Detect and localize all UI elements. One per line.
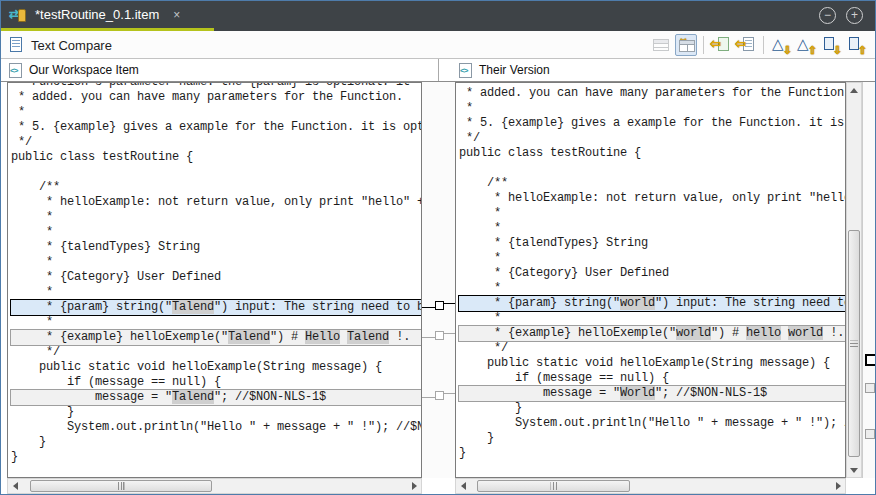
layout-side-by-side-icon[interactable]: ↔	[675, 34, 697, 56]
inline-change: world	[788, 326, 823, 340]
compare-editor-window: ⇄ *testRoutine_0.1.item × − + Text Compa…	[0, 0, 876, 495]
code-line: }	[459, 401, 845, 416]
layout-top-bottom-icon[interactable]	[650, 34, 672, 56]
diff-line[interactable]: message = "World"; //$NON-NLS-1$	[459, 386, 845, 401]
text-element-icon	[459, 63, 472, 78]
code-line: */	[459, 341, 845, 356]
diff-line[interactable]: * {example} helloExemple("world") # hell…	[459, 326, 845, 341]
scroll-left-icon[interactable]	[8, 479, 23, 493]
previous-change-icon[interactable]: ⇧	[845, 34, 867, 56]
code-line: public static void helloExample(String m…	[11, 360, 421, 375]
scroll-up-icon[interactable]	[847, 83, 861, 98]
inline-change: Talend	[228, 330, 270, 344]
diff-marker[interactable]	[865, 429, 875, 439]
code-line: public class testRoutine {	[11, 150, 421, 165]
code-line: System.out.println("Hello " + message + …	[11, 420, 421, 435]
right-horizontal-scrollbar[interactable]	[455, 478, 846, 494]
code-line: *	[459, 221, 845, 236]
inline-change: hello	[746, 326, 781, 340]
code-line: * {Category} User Defined	[11, 270, 421, 285]
code-line: *	[459, 281, 845, 296]
left-horizontal-scrollbar[interactable]	[7, 478, 422, 494]
diff-line[interactable]: message = "Talend"; //$NON-NLS-1$	[11, 390, 421, 405]
vertical-scrollbar-thumb[interactable]	[848, 230, 860, 457]
right-code-lines: * added. you can have many parameters fo…	[456, 86, 845, 461]
code-line: * 5. {example} gives a example for the F…	[459, 116, 845, 131]
code-line: /**	[11, 180, 421, 195]
code-line: * Function's parameter name. the {param}…	[11, 82, 421, 90]
inline-change: Hello	[305, 330, 340, 344]
inline-change: world	[676, 326, 711, 340]
scroll-right-icon[interactable]	[406, 479, 421, 493]
compare-toolbar: ↔ ⇦ ⇦ △⇩ △⇧ ⇩ ⇧	[650, 34, 867, 56]
editor-tab[interactable]: ⇄ *testRoutine_0.1.item ×	[1, 1, 190, 28]
left-code-editor[interactable]: * Function's parameter name. the {param}…	[7, 82, 422, 478]
scroll-down-icon[interactable]	[847, 462, 861, 477]
code-line: * {talendTypes} String	[11, 240, 421, 255]
code-line: *	[11, 285, 421, 300]
right-horizontal-scrollbar-thumb[interactable]	[477, 480, 630, 492]
pane-headers: Our Workspace Item Their Version	[1, 59, 875, 82]
diff-marker[interactable]	[865, 383, 875, 393]
diff-connector-line	[422, 337, 436, 338]
diff-overview-ruler[interactable]	[862, 82, 876, 478]
code-line: *	[11, 210, 421, 225]
copy-current-right-to-left-icon[interactable]: ⇦	[735, 34, 757, 56]
code-line: }	[11, 450, 421, 465]
code-line: * {talendTypes} String	[459, 236, 845, 251]
editor-tab-bar: ⇄ *testRoutine_0.1.item × − +	[1, 1, 875, 31]
text-compare-header: Text Compare ↔ ⇦ ⇦ △⇩ △⇧ ⇩ ⇧	[1, 31, 875, 59]
close-tab-icon[interactable]: ×	[173, 8, 180, 22]
diff-connector-line	[422, 397, 436, 398]
diff-connector-handle[interactable]	[435, 391, 444, 400]
diff-line[interactable]: * {param} string("world") input: The str…	[459, 296, 845, 311]
vertical-scrollbar[interactable]	[846, 82, 862, 478]
copy-all-right-to-left-icon[interactable]: ⇦	[710, 34, 732, 56]
diff-line[interactable]: * {param} string("Talend") input: The st…	[11, 300, 421, 315]
maximize-button[interactable]: +	[846, 7, 863, 24]
code-line: */	[459, 131, 845, 146]
minimize-button[interactable]: −	[819, 7, 836, 24]
next-change-icon[interactable]: ⇩	[820, 34, 842, 56]
code-line: *	[11, 225, 421, 240]
diff-connector-line	[422, 307, 436, 308]
code-line: *	[459, 251, 845, 266]
previous-difference-icon[interactable]: △⇧	[795, 34, 817, 56]
code-line: public static void helloExample(String m…	[459, 356, 845, 371]
inline-change: Talend	[172, 390, 214, 404]
diff-connector-handle[interactable]	[435, 331, 444, 340]
code-line: *	[11, 255, 421, 270]
left-horizontal-scrollbar-thumb[interactable]	[30, 480, 212, 492]
code-line	[11, 165, 421, 180]
code-line: * {Category} User Defined	[459, 266, 845, 281]
code-line: public class testRoutine {	[459, 146, 845, 161]
code-line: * helloExample: not return value, only p…	[459, 191, 845, 206]
code-line: }	[459, 431, 845, 446]
toolbar-separator	[703, 36, 704, 54]
diff-connector-handle[interactable]	[435, 301, 444, 310]
code-line: *	[11, 105, 421, 120]
text-compare-icon	[10, 37, 22, 52]
inline-change: Talend	[347, 330, 389, 344]
diff-marker-current[interactable]	[865, 354, 876, 366]
code-line: }	[459, 446, 845, 461]
diff-connector-gutter	[422, 82, 455, 478]
diff-line[interactable]: * {example} helloExemple("Talend") # Hel…	[11, 330, 421, 345]
code-line: * added. you can have many parameters fo…	[459, 86, 845, 101]
code-line: */	[11, 135, 421, 150]
code-line: *	[11, 315, 421, 330]
scroll-right-icon[interactable]	[830, 479, 845, 493]
scroll-left-icon[interactable]	[456, 479, 471, 493]
right-code-editor[interactable]: * added. you can have many parameters fo…	[455, 82, 846, 478]
right-pane-header: Their Version	[459, 59, 550, 81]
code-line	[459, 161, 845, 176]
text-element-icon	[9, 63, 22, 78]
toolbar-separator	[763, 36, 764, 54]
code-line: if (message == null) {	[11, 375, 421, 390]
compare-item-icon: ⇄	[9, 7, 27, 23]
left-pane-header: Our Workspace Item	[9, 59, 139, 81]
code-line: * added. you can have many parameters fo…	[11, 90, 421, 105]
code-line: /**	[459, 176, 845, 191]
next-difference-icon[interactable]: △⇩	[770, 34, 792, 56]
code-line: *	[459, 311, 845, 326]
